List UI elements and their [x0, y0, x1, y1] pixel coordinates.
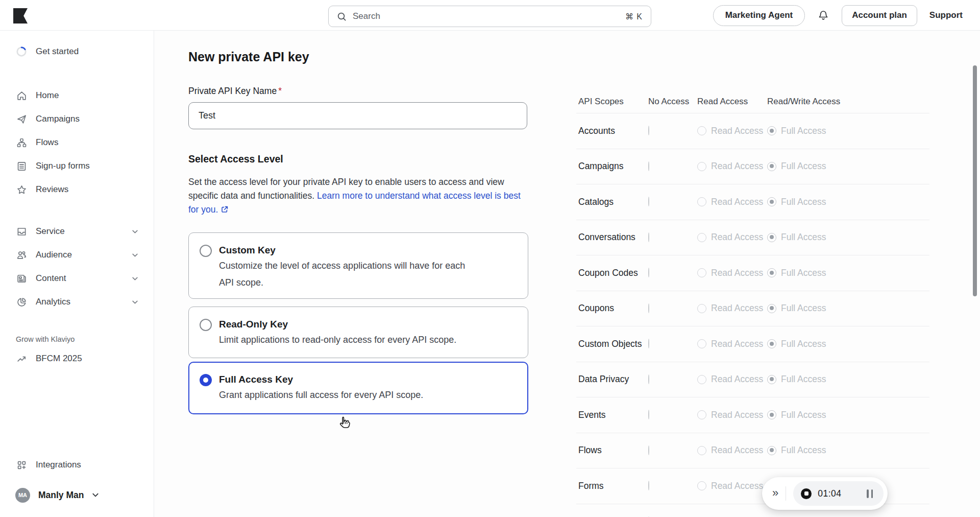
- scope-row: Events Read Access Full Access: [576, 397, 929, 433]
- sidebar-item-bfcm[interactable]: BFCM 2025: [0, 347, 154, 370]
- read-access-radio[interactable]: [697, 162, 706, 171]
- no-access-radio[interactable]: [648, 445, 649, 455]
- scope-row: Conversations Read Access Full Access: [576, 220, 929, 256]
- expand-chevrons-icon[interactable]: »: [772, 487, 778, 500]
- no-access-radio[interactable]: [648, 197, 649, 206]
- no-access-radio[interactable]: [648, 161, 649, 171]
- read-access-radio[interactable]: [697, 446, 706, 455]
- scope-name: Conversations: [576, 232, 648, 243]
- full-access-radio[interactable]: [767, 410, 776, 419]
- stop-recording-button[interactable]: [801, 488, 812, 499]
- read-access-radio[interactable]: [697, 197, 706, 206]
- access-card-title: Full Access Key: [219, 373, 423, 386]
- full-access-radio[interactable]: [767, 375, 776, 384]
- search-shortcut: ⌘ K: [625, 12, 643, 21]
- sidebar-item-get-started[interactable]: Get started: [0, 40, 154, 63]
- no-access-radio[interactable]: [648, 339, 649, 348]
- account-plan-button[interactable]: Account plan: [842, 5, 917, 26]
- radio-selected-icon[interactable]: [200, 374, 212, 386]
- full-access-label: Full Access: [781, 339, 826, 349]
- sidebar-item-audience[interactable]: Audience: [0, 243, 154, 267]
- scope-row: Catalogs Read Access Full Access: [576, 184, 929, 220]
- read-access-radio[interactable]: [697, 375, 706, 384]
- account-switcher[interactable]: MA Manly Man: [0, 482, 154, 508]
- read-access-radio[interactable]: [697, 233, 706, 242]
- sidebar-item-integrations[interactable]: Integrations: [0, 453, 154, 477]
- read-access-radio[interactable]: [697, 268, 706, 277]
- radio-unselected-icon[interactable]: [200, 245, 212, 257]
- notifications-bell-icon[interactable]: [817, 9, 829, 21]
- full-access-radio[interactable]: [767, 197, 776, 206]
- search-input[interactable]: Search ⌘ K: [328, 6, 651, 27]
- access-card-desc: Grant applications full access for every…: [219, 387, 423, 403]
- scope-name: Coupon Codes: [576, 268, 648, 278]
- api-scopes-table: API Scopes No Access Read Access Read/Wr…: [576, 90, 929, 517]
- pause-recording-button[interactable]: [867, 489, 876, 498]
- no-access-radio[interactable]: [648, 232, 649, 242]
- access-card-custom-key[interactable]: Custom Key Customize the level of access…: [188, 232, 528, 299]
- marketing-agent-button[interactable]: Marketing Agent: [713, 5, 805, 26]
- integrations-icon: [16, 459, 27, 471]
- trend-up-icon: [16, 353, 27, 364]
- full-access-label: Full Access: [781, 374, 826, 385]
- no-access-radio[interactable]: [648, 410, 649, 419]
- api-key-name-input[interactable]: [188, 102, 527, 129]
- support-link[interactable]: Support: [929, 10, 963, 20]
- full-access-label: Full Access: [781, 303, 826, 314]
- required-asterisk: *: [278, 86, 282, 96]
- radio-unselected-icon[interactable]: [200, 319, 212, 331]
- sidebar-item-label: Content: [36, 273, 66, 284]
- klaviyo-logo-icon[interactable]: [13, 8, 28, 24]
- access-card-read-only-key[interactable]: Read-Only Key Limit applications to read…: [188, 307, 528, 358]
- full-access-radio[interactable]: [767, 446, 776, 455]
- sidebar-item-label: Service: [36, 226, 65, 237]
- sidebar-item-campaigns[interactable]: Campaigns: [0, 107, 154, 131]
- sidebar-item-reviews[interactable]: Reviews: [0, 178, 154, 201]
- sidebar-item-home[interactable]: Home: [0, 84, 154, 107]
- no-access-radio[interactable]: [648, 374, 649, 384]
- no-access-radio[interactable]: [648, 303, 649, 313]
- hand-pointer-cursor: [337, 415, 352, 431]
- access-card-full-access-key[interactable]: Full Access Key Grant applications full …: [188, 362, 528, 414]
- no-access-radio[interactable]: [648, 126, 649, 135]
- sidebar-item-label: Home: [36, 90, 59, 101]
- col-header-read-write-access: Read/Write Access: [767, 97, 929, 107]
- sidebar-item-service[interactable]: Service: [0, 220, 154, 243]
- full-access-radio[interactable]: [767, 268, 776, 277]
- sidebar-item-flows[interactable]: Flows: [0, 131, 154, 154]
- send-icon: [16, 113, 27, 125]
- scope-name: Campaigns: [576, 161, 648, 172]
- read-access-radio[interactable]: [697, 339, 706, 348]
- sidebar-item-content[interactable]: Content: [0, 267, 154, 290]
- klaviyo-app: Search ⌘ K Marketing Agent Account plan …: [0, 0, 980, 517]
- full-access-radio[interactable]: [767, 304, 776, 313]
- full-access-radio[interactable]: [767, 126, 776, 135]
- vertical-scrollbar[interactable]: [973, 65, 977, 296]
- no-access-radio[interactable]: [648, 481, 649, 490]
- access-card-desc: Customize the level of access applicatio…: [219, 257, 469, 291]
- read-access-label: Read Access: [711, 445, 763, 456]
- full-access-radio[interactable]: [767, 233, 776, 242]
- scope-row: Accounts Read Access Full Access: [576, 113, 929, 149]
- read-access-radio[interactable]: [697, 304, 706, 313]
- read-access-radio[interactable]: [697, 481, 706, 490]
- access-level-description: Set the access level for your private AP…: [188, 175, 531, 217]
- sidebar-item-analytics[interactable]: Analytics: [0, 290, 154, 314]
- sidebar-item-label: Integrations: [36, 460, 81, 470]
- no-access-radio[interactable]: [648, 268, 649, 277]
- full-access-radio[interactable]: [767, 339, 776, 348]
- scope-row: Coupon Codes Read Access Full Access: [576, 255, 929, 291]
- full-access-radio[interactable]: [767, 162, 776, 171]
- recorder-controls: 01:04: [793, 481, 884, 506]
- col-header-api-scopes: API Scopes: [576, 97, 648, 107]
- read-access-label: Read Access: [711, 161, 763, 172]
- divider: [786, 486, 786, 501]
- sidebar-item-label: Campaigns: [36, 114, 80, 124]
- scope-row: Data Privacy Read Access Full Access: [576, 362, 929, 398]
- read-access-radio[interactable]: [697, 410, 706, 419]
- read-access-radio[interactable]: [697, 126, 706, 135]
- scope-row: Custom Objects Read Access Full Access: [576, 326, 929, 362]
- progress-ring-icon: [16, 46, 27, 57]
- scope-name: Accounts: [576, 126, 648, 136]
- sidebar-item-signup-forms[interactable]: Sign-up forms: [0, 154, 154, 178]
